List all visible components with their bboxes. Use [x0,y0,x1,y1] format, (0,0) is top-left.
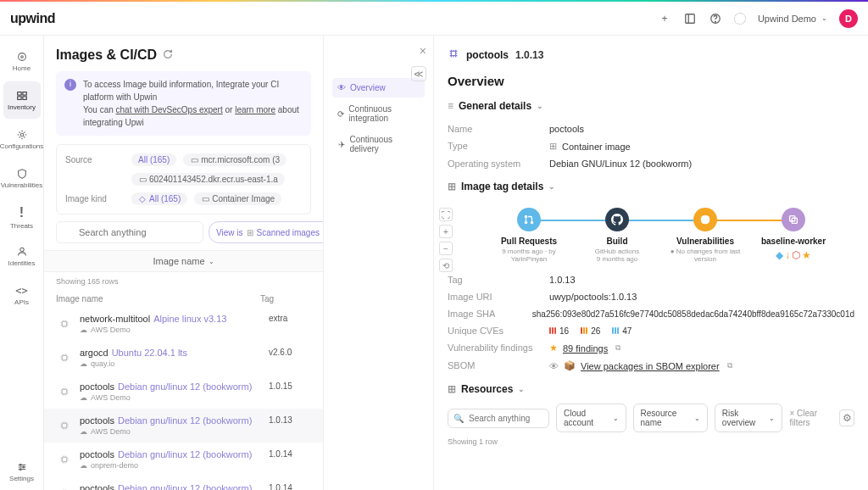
svg-rect-22 [62,389,66,393]
sidebar-item-vulns[interactable]: Vulnerabilities [3,159,41,197]
filter-kind-label: Image kind [65,194,125,203]
svg-rect-28 [451,51,455,55]
timeline-pr[interactable]: Pull Requests 9 months ago · by YarinPin… [485,208,573,263]
refresh-icon[interactable] [162,48,174,63]
filter-kind-all[interactable]: ◇All (165) [131,192,187,205]
resources-toggle[interactable]: ⊞Resources⌄ [448,383,854,395]
timeline-baseline[interactable]: baseline-worker ◆↓⬡★ [749,208,837,261]
findings-link[interactable]: 89 findings [563,343,608,354]
filter-source-label: Source [65,155,125,164]
col-tag: Tag [260,294,311,303]
search-input[interactable] [56,221,203,243]
timeline-build[interactable]: Build GitHub actions 9 months ago [573,208,661,263]
table-row[interactable]: poctoolsDebian gnu/linux 12 (bookworm)☁ … [44,476,323,490]
options-icon[interactable]: ⚙ [839,409,854,426]
tag-details-toggle[interactable]: ⊞Image tag details⌄ [448,181,854,192]
table-row[interactable]: poctoolsDebian gnu/linux 12 (bookworm)☁ … [44,375,323,409]
svg-rect-24 [62,457,66,461]
svg-point-10 [20,133,24,136]
sidebar-item-threats[interactable]: !Threats [3,198,41,236]
image-icon [56,349,73,366]
svg-rect-8 [17,96,20,99]
overview-heading: Overview [448,74,854,88]
svg-point-31 [531,221,534,225]
svg-rect-21 [62,355,66,359]
table-row[interactable]: argocdUbuntu 22.04.1 lts☁ quay.iov2.6.0 [44,341,323,375]
sidebar-item-configs[interactable]: Configurations [3,120,41,158]
status-indicator [734,13,746,25]
table-row[interactable]: poctoolsDebian gnu/linux 12 (bookworm)☁ … [44,443,323,476]
image-icon [56,417,73,434]
table-row[interactable]: network-multitoolAlpine linux v3.13☁ AWS… [44,307,323,341]
close-icon[interactable]: × [420,44,426,58]
sidebar-item-home[interactable]: Home [3,42,41,80]
chat-link[interactable]: chat with DevSecOps expert [116,105,223,114]
svg-point-3 [715,21,715,22]
svg-point-30 [525,221,528,225]
timeline-expand-icon[interactable]: ⛶ [439,208,453,221]
sidebar-item-apis[interactable]: <>APIs [3,276,41,314]
cloud-account-dropdown[interactable]: Cloud account⌄ [556,404,626,432]
sbom-link[interactable]: View packages in SBOM explorer [581,361,720,371]
image-icon [448,47,459,62]
info-icon: i [64,79,76,91]
filter-kind-1[interactable]: ▭Container Image [194,192,281,205]
resource-name-dropdown[interactable]: Resource name⌄ [633,404,708,432]
svg-rect-20 [62,321,66,326]
brand-logo: upwind [10,11,55,26]
panel-icon[interactable] [683,12,697,25]
nav-overview[interactable]: 👁Overview [332,78,425,97]
view-chip[interactable]: View is ⊞ Scanned images×⌄ [209,221,324,243]
risk-overview-dropdown[interactable]: Risk overview⌄ [715,404,783,432]
collapse-icon[interactable]: ≪ [411,66,426,81]
sidebar-item-settings[interactable]: Settings [3,453,41,490]
info-banner: i To access Image build information, Int… [56,71,311,136]
filter-source-2[interactable]: ▭602401143452.dkr.ecr.us-east-1.a [131,173,285,186]
svg-point-11 [19,248,23,251]
filter-all-pill[interactable]: All (165) [131,153,176,166]
svg-rect-6 [17,92,20,95]
svg-rect-23 [62,423,66,427]
rows-count: Showing 165 rows [44,272,323,291]
learn-more-link[interactable]: learn more [235,105,275,114]
page-title: Images & CI/CD [56,47,157,63]
sidebar-item-identities[interactable]: Identities [3,237,41,275]
svg-point-17 [19,468,21,470]
svg-point-15 [19,464,21,465]
svg-point-16 [22,466,24,468]
timeline-vuln[interactable]: Vulnerabilities ● No changes from last v… [661,208,749,263]
nav-cd[interactable]: ✈Continuous delivery [332,130,425,159]
image-icon [56,383,73,400]
timeline-reset-icon[interactable]: ⟲ [439,259,453,272]
general-details-toggle[interactable]: ≡General details⌄ [448,100,854,112]
svg-point-29 [525,215,528,219]
image-icon [56,315,73,332]
detail-version: 1.0.13 [515,49,543,61]
res-rows-count: Showing 1 row [448,432,854,451]
col-name: Image name [56,294,260,303]
svg-point-4 [18,53,25,60]
clear-filters[interactable]: × Clear filters [789,409,832,427]
nav-ci[interactable]: ⟳Continuous integration [332,99,425,128]
svg-rect-9 [22,96,25,99]
help-icon[interactable] [709,12,722,25]
timeline-plus-icon[interactable]: + [439,225,453,238]
image-icon [56,451,73,468]
sidebar-item-inventory[interactable]: Inventory [3,81,41,119]
image-icon [56,485,73,490]
svg-rect-0 [686,14,695,23]
svg-rect-7 [22,92,25,95]
external-icon: ⧉ [727,361,732,370]
avatar[interactable]: D [839,9,858,28]
user-menu[interactable]: Upwind Demo ⌄ [758,14,827,24]
external-icon: ⧉ [615,343,620,353]
add-icon[interactable]: + [658,12,671,25]
sort-dropdown[interactable]: Image name ⌄ [44,250,323,272]
filter-source-1[interactable]: ▭mcr.microsoft.com (3 [183,153,287,166]
table-row[interactable]: poctoolsDebian gnu/linux 12 (bookworm)☁ … [44,409,323,443]
timeline-minus-icon[interactable]: − [439,242,453,255]
detail-name: poctools [466,49,509,61]
svg-point-5 [20,55,23,58]
search-icon: 🔍 [453,414,464,423]
